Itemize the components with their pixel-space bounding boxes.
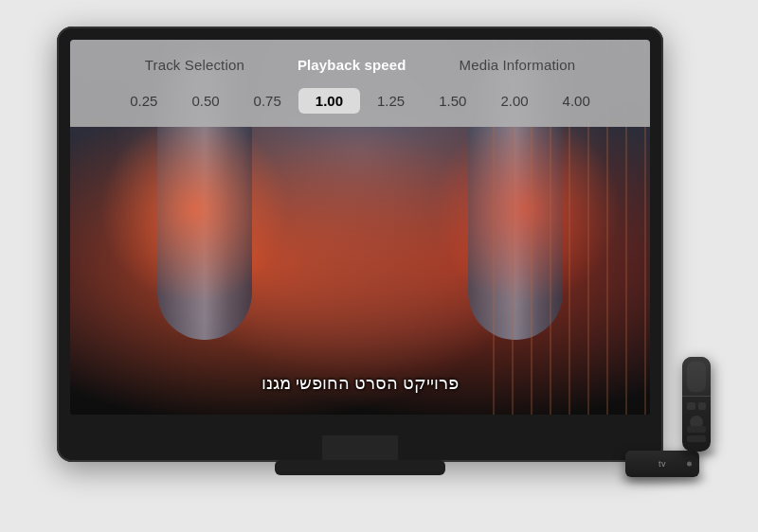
tab-track-selection[interactable]: Track Selection	[118, 51, 271, 79]
remote-vol-down[interactable]	[687, 435, 706, 442]
overlay-panel: Track Selection Playback speed Media Inf…	[70, 40, 650, 127]
tv-stand-neck	[322, 435, 398, 462]
speed-2-00[interactable]: 2.00	[483, 88, 545, 114]
video-background: Track Selection Playback speed Media Inf…	[70, 40, 650, 415]
speed-row: 0.25 0.50 0.75 1.00 1.25 1.50 2.00 4.00	[70, 88, 650, 114]
speed-1-00[interactable]: 1.00	[298, 88, 360, 114]
remote-menu-btn[interactable]	[687, 402, 695, 410]
tab-media-information[interactable]: Media Information	[433, 51, 603, 79]
speed-0-50[interactable]: 0.50	[174, 88, 236, 114]
remote-menu-buttons	[687, 402, 706, 410]
remote-volume	[687, 426, 706, 442]
remote-vol-up[interactable]	[687, 426, 706, 433]
glow-left-decoration	[99, 115, 289, 304]
remote-top-strip	[682, 357, 711, 397]
tv-screen: Track Selection Playback speed Media Inf…	[70, 40, 650, 415]
tab-row: Track Selection Playback speed Media Inf…	[70, 51, 650, 79]
tab-playback-speed[interactable]: Playback speed	[271, 51, 433, 79]
scene: Track Selection Playback speed Media Inf…	[0, 0, 758, 532]
tv-stand-base	[275, 460, 445, 475]
speed-4-00[interactable]: 4.00	[546, 88, 607, 114]
apple-tv-remote	[682, 357, 711, 452]
speed-0-25[interactable]: 0.25	[113, 88, 174, 114]
remote-touchpad[interactable]	[687, 362, 706, 392]
speed-1-50[interactable]: 1.50	[422, 88, 483, 114]
apple-tv-logo: tv	[659, 459, 666, 469]
remote-home-btn[interactable]	[698, 402, 707, 410]
speed-0-75[interactable]: 0.75	[237, 88, 298, 114]
tv-body: Track Selection Playback speed Media Inf…	[57, 27, 663, 462]
apple-tv-status-light	[687, 462, 692, 467]
speed-1-25[interactable]: 1.25	[360, 88, 422, 114]
subtitle-text: פרוייקט הסרט החופשי מגנו	[70, 373, 650, 394]
